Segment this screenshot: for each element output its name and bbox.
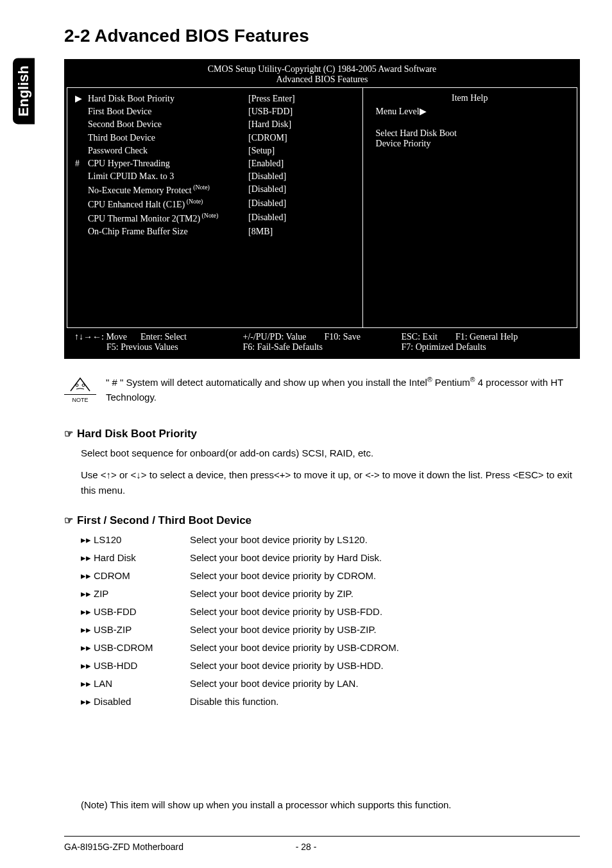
svg-point-1 xyxy=(82,384,85,386)
bios-item-row: Limit CPUID Max. to 3[Disabled] xyxy=(75,171,355,182)
bios-items-panel: ▶Hard Disk Boot Priority[Press Enter]Fir… xyxy=(67,88,363,327)
bios-key-exit: ESC: Exit xyxy=(402,332,438,342)
bios-item-row: CPU Thermal Monitor 2(TM2) (Note)[Disabl… xyxy=(75,212,355,225)
bios-row-value: [CDROM] xyxy=(248,132,355,144)
bios-row-value: [Disabled] xyxy=(248,184,355,196)
svg-point-0 xyxy=(76,384,78,386)
option-row: ▸▸USB-ZIPSelect your boot device priorit… xyxy=(81,622,580,638)
bios-item-row: #CPU Hyper-Threading[Enabled] xyxy=(75,158,355,169)
bios-item-row: ▶Hard Disk Boot Priority[Press Enter] xyxy=(75,93,355,105)
bios-row-note: (Note) xyxy=(185,198,203,205)
doc-section: ☞Hard Disk Boot PrioritySelect boot sequ… xyxy=(64,428,580,498)
option-desc: Select your boot device priority by LAN. xyxy=(190,676,359,691)
section-heading: ☞First / Second / Third Boot Device xyxy=(64,514,580,527)
bios-help-desc2: Device Priority xyxy=(376,139,564,149)
double-arrow-icon: ▸▸ xyxy=(81,678,91,689)
option-desc: Select your boot device priority by USB-… xyxy=(190,658,384,673)
bios-row-label: No-Execute Memory Protect xyxy=(88,186,192,195)
doc-section: ☞First / Second / Third Boot Device▸▸LS1… xyxy=(64,514,580,709)
bios-item-row: On-Chip Frame Buffer Size[8MB] xyxy=(75,226,355,238)
note-block: NOTE " # " System will detect automatica… xyxy=(64,375,580,405)
bios-row-value: [Setup] xyxy=(248,145,355,157)
option-row: ▸▸CDROMSelect your boot device priority … xyxy=(81,568,580,584)
bios-key-optimized: F7: Optimized Defaults xyxy=(402,342,486,352)
double-arrow-icon: ▸▸ xyxy=(81,660,91,671)
note-icon-label: NOTE xyxy=(64,394,96,405)
bios-row-note: (Note) xyxy=(200,212,218,219)
option-desc: Select your boot device priority by USB-… xyxy=(190,604,382,620)
page-title: 2-2 Advanced BIOS Features xyxy=(64,26,580,46)
option-name: LS120 xyxy=(94,534,121,545)
option-name: Disabled xyxy=(94,696,131,707)
bios-row-value: [Disabled] xyxy=(248,198,355,211)
section-paragraph: Select boot sequence for onboard(or add-… xyxy=(81,446,580,461)
double-arrow-icon: ▸▸ xyxy=(81,642,91,653)
bios-key-prev: F5: Previous Values xyxy=(106,342,178,352)
page-footer: GA-8I915G-ZFD Motherboard - 28 - xyxy=(64,836,580,852)
bios-row-label: CPU Thermal Monitor 2(TM2) xyxy=(88,214,200,223)
bios-key-help: F1: General Help xyxy=(455,332,518,342)
bios-row-value: [8MB] xyxy=(248,226,355,238)
bios-help-desc1: Select Hard Disk Boot xyxy=(376,128,564,139)
option-desc: Select your boot device priority by USB-… xyxy=(190,640,399,655)
bios-item-row: CPU Enhanced Halt (C1E) (Note)[Disabled] xyxy=(75,198,355,211)
section-body: Select boot sequence for onboard(or add-… xyxy=(81,446,580,498)
double-arrow-icon: ▸▸ xyxy=(81,588,91,599)
bios-help-panel: Item Help Menu Level▶ Select Hard Disk B… xyxy=(363,88,577,327)
bios-row-label: First Boot Device xyxy=(88,107,152,116)
option-name: CDROM xyxy=(94,570,130,581)
bios-key-save: F10: Save xyxy=(325,332,361,342)
double-arrow-icon: ▸▸ xyxy=(81,624,91,635)
double-arrow-icon: ▸▸ xyxy=(81,606,91,617)
option-row: ▸▸DisabledDisable this function. xyxy=(81,694,580,709)
bios-row-value: [Press Enter] xyxy=(248,93,355,105)
bios-item-row: Third Boot Device[CDROM] xyxy=(75,132,355,144)
footer-page-number: - 28 - xyxy=(296,842,317,852)
note-text: " # " System will detect automatically a… xyxy=(106,375,580,404)
option-row: ▸▸USB-FDDSelect your boot device priorit… xyxy=(81,604,580,620)
option-desc: Disable this function. xyxy=(190,694,278,709)
option-name: LAN xyxy=(94,678,112,689)
double-arrow-icon: ▸▸ xyxy=(81,534,91,545)
bios-key-value: +/-/PU/PD: Value xyxy=(242,332,306,342)
bios-row-value: [Enabled] xyxy=(248,158,355,169)
bios-row-value: [Hard Disk] xyxy=(248,119,355,130)
play-icon: ▶ xyxy=(420,107,427,116)
pointing-hand-icon: ☞ xyxy=(64,428,73,440)
option-desc: Select your boot device priority by ZIP. xyxy=(190,586,353,602)
bios-screen: CMOS Setup Utility-Copyright (C) 1984-20… xyxy=(64,59,580,359)
double-arrow-icon: ▸▸ xyxy=(81,552,91,563)
bios-row-value: [USB-FDD] xyxy=(248,106,355,117)
option-list: ▸▸LS120Select your boot device priority … xyxy=(81,532,580,709)
bios-help-title: Item Help xyxy=(376,93,564,103)
footer-product: GA-8I915G-ZFD Motherboard xyxy=(64,842,183,852)
option-row: ▸▸ZIPSelect your boot device priority by… xyxy=(81,586,580,602)
option-desc: Select your boot device priority by USB-… xyxy=(190,622,377,638)
bios-row-label: Password Check xyxy=(88,146,148,155)
option-name: ZIP xyxy=(94,588,108,599)
bios-item-row: Password Check[Setup] xyxy=(75,145,355,157)
bios-item-row: Second Boot Device[Hard Disk] xyxy=(75,119,355,130)
bios-row-label: On-Chip Frame Buffer Size xyxy=(88,227,188,236)
bios-row-label: CPU Enhanced Halt (C1E) xyxy=(88,200,185,209)
bios-row-marker: # xyxy=(75,158,88,169)
footnote: (Note) This item will show up when you i… xyxy=(81,799,580,810)
pointing-hand-icon: ☞ xyxy=(64,514,73,526)
bios-row-marker: ▶ xyxy=(75,93,88,105)
bios-row-value: [Disabled] xyxy=(248,171,355,182)
language-tab: English xyxy=(13,58,35,124)
bios-row-value: [Disabled] xyxy=(248,212,355,225)
bios-row-label: Second Boot Device xyxy=(88,119,162,129)
option-row: ▸▸USB-HDDSelect your boot device priorit… xyxy=(81,658,580,673)
option-row: ▸▸USB-CDROMSelect your boot device prior… xyxy=(81,640,580,655)
bios-menu-level-label: Menu Level xyxy=(376,107,420,116)
option-name: USB-CDROM xyxy=(94,642,153,653)
bios-key-select: Enter: Select xyxy=(140,332,187,342)
bios-header-line1: CMOS Setup Utility-Copyright (C) 1984-20… xyxy=(67,64,577,74)
option-row: ▸▸LANSelect your boot device priority by… xyxy=(81,676,580,691)
bios-row-label: Limit CPUID Max. to 3 xyxy=(88,171,174,181)
option-name: USB-FDD xyxy=(94,606,137,617)
option-name: Hard Disk xyxy=(94,552,136,563)
bios-row-note: (Note) xyxy=(192,184,210,191)
option-desc: Select your boot device priority by CDRO… xyxy=(190,568,376,584)
